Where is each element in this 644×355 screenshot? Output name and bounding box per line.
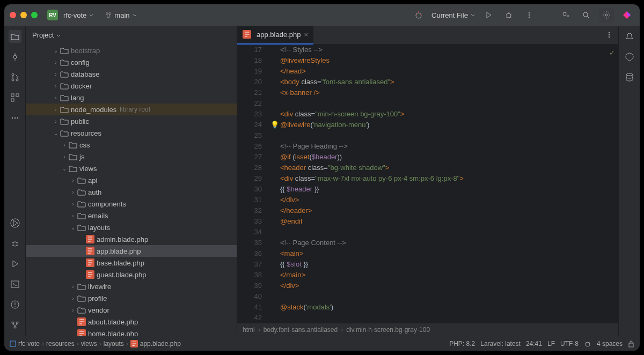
code-editor[interactable]: ✓ 17 <!-- Styles -->18 @livewireStyles19… xyxy=(237,45,618,323)
tree-folder[interactable]: ›database xyxy=(26,68,237,80)
tab-label: app.blade.php xyxy=(257,31,301,39)
svg-rect-20 xyxy=(11,281,19,287)
run-config-selector[interactable]: Current File xyxy=(431,11,475,19)
code-with-me-icon[interactable] xyxy=(558,8,573,23)
tree-folder[interactable]: ›public xyxy=(26,115,237,127)
branch-selector[interactable]: main xyxy=(105,11,137,19)
status-xdebug-icon[interactable] xyxy=(584,340,591,347)
svg-point-19 xyxy=(13,242,17,246)
svg-point-33 xyxy=(609,34,610,35)
status-indent[interactable]: 4 spaces xyxy=(597,340,623,347)
svg-point-4 xyxy=(529,17,530,18)
svg-point-34 xyxy=(609,36,610,38)
run-config-label: Current File xyxy=(431,11,468,19)
notifications-icon[interactable] xyxy=(623,30,636,43)
project-tree[interactable]: ⌄bootstrap›config›database›docker›lang›n… xyxy=(26,45,237,336)
terminal-tool-icon[interactable] xyxy=(9,278,21,291)
debug-bug-icon[interactable] xyxy=(411,8,426,23)
right-tool-strip xyxy=(618,26,640,336)
svg-rect-36 xyxy=(10,341,16,346)
project-selector[interactable]: rfc-vote xyxy=(63,11,94,19)
tree-folder[interactable]: ›auth xyxy=(26,186,237,198)
svg-point-1 xyxy=(507,13,511,18)
svg-point-2 xyxy=(529,12,530,13)
branch-name: main xyxy=(114,11,129,19)
nav-breadcrumb[interactable]: rfc-vote › resources › views › layouts ›… xyxy=(10,340,181,347)
tree-folder[interactable]: ⌄bootstrap xyxy=(26,45,237,56)
tree-file[interactable]: admin.blade.php xyxy=(26,233,237,245)
tree-folder[interactable]: ›components xyxy=(26,198,237,210)
tree-file[interactable]: guest.blade.php xyxy=(26,269,237,280)
tree-file[interactable]: about.blade.php xyxy=(26,316,237,328)
status-php[interactable]: PHP: 8.2 xyxy=(449,340,475,347)
pull-requests-icon[interactable] xyxy=(9,71,21,84)
tree-file[interactable]: base.blade.php xyxy=(26,257,237,269)
run-tool-icon[interactable] xyxy=(9,257,21,270)
ide-logo-icon[interactable] xyxy=(619,8,634,23)
tab-menu-icon[interactable] xyxy=(600,31,618,39)
tab-close-icon[interactable]: × xyxy=(304,31,308,39)
tree-folder[interactable]: ›config xyxy=(26,56,237,68)
tree-folder[interactable]: ›emails xyxy=(26,210,237,221)
structure-tool-icon[interactable] xyxy=(9,91,21,104)
database-tool-icon[interactable] xyxy=(623,71,636,84)
svg-point-0 xyxy=(416,13,421,18)
tree-folder[interactable]: ›css xyxy=(26,139,237,151)
tree-folder[interactable]: ›api xyxy=(26,174,237,186)
project-badge: RV xyxy=(47,10,58,20)
svg-point-8 xyxy=(13,55,17,58)
problems-tool-icon[interactable] xyxy=(9,298,21,311)
more-tools-icon[interactable] xyxy=(9,112,21,124)
tree-folder[interactable]: ›profile xyxy=(26,292,237,304)
debug-tool-icon[interactable] xyxy=(9,237,21,250)
project-name: rfc-vote xyxy=(63,11,86,19)
vcs-tool-icon[interactable] xyxy=(9,319,21,331)
commit-tool-icon[interactable] xyxy=(9,50,21,63)
sidebar-header[interactable]: Project xyxy=(26,26,237,45)
services-tool-icon[interactable] xyxy=(9,217,21,230)
tree-folder[interactable]: ›livewire xyxy=(26,280,237,292)
search-icon[interactable] xyxy=(579,8,594,23)
tree-folder[interactable]: ⌄resources xyxy=(26,127,237,139)
svg-point-24 xyxy=(14,326,16,328)
titlebar: RV rfc-vote main Current File xyxy=(4,4,640,26)
minimize-window[interactable] xyxy=(20,12,27,18)
tree-folder[interactable]: ›node_moduleslibrary root xyxy=(26,103,237,115)
status-caret-pos[interactable]: 24:41 xyxy=(526,340,542,347)
settings-icon[interactable] xyxy=(599,8,614,23)
sidebar-title: Project xyxy=(32,31,54,39)
svg-point-22 xyxy=(12,322,14,324)
tree-folder[interactable]: ›vendor xyxy=(26,304,237,316)
tree-folder[interactable]: ›js xyxy=(26,151,237,162)
project-tool-icon[interactable] xyxy=(9,30,21,43)
tree-folder[interactable]: ›docker xyxy=(26,80,237,92)
svg-point-5 xyxy=(563,12,566,16)
editor-pane: app.blade.php × ✓ 17 <!-- Styles -->18 @… xyxy=(237,26,618,336)
left-tool-strip xyxy=(4,26,26,336)
maximize-window[interactable] xyxy=(31,12,38,18)
tree-file[interactable]: app.blade.php xyxy=(26,245,237,257)
editor-breadcrumb[interactable]: html › body.font-sans.antialiased › div.… xyxy=(237,323,618,336)
tree-folder[interactable]: ⌄layouts xyxy=(26,221,237,233)
more-icon[interactable] xyxy=(522,8,537,23)
tree-file[interactable]: home.blade.php xyxy=(26,328,237,336)
inspection-ok-icon[interactable]: ✓ xyxy=(609,48,615,58)
svg-point-23 xyxy=(16,322,18,324)
svg-point-6 xyxy=(583,12,588,17)
svg-rect-30 xyxy=(77,329,86,336)
ai-assistant-icon[interactable] xyxy=(623,50,636,63)
tree-folder[interactable]: ›lang xyxy=(26,92,237,103)
debug-icon[interactable] xyxy=(501,8,516,23)
status-line-ending[interactable]: LF xyxy=(547,340,555,347)
svg-rect-13 xyxy=(16,94,19,97)
svg-point-35 xyxy=(626,73,633,76)
status-readonly-icon[interactable] xyxy=(628,340,634,347)
status-encoding[interactable]: UTF-8 xyxy=(560,340,579,347)
tab-app-blade[interactable]: app.blade.php × xyxy=(237,26,313,45)
svg-rect-12 xyxy=(11,94,14,97)
run-icon[interactable] xyxy=(481,8,496,23)
tree-folder[interactable]: ⌄views xyxy=(26,162,237,174)
status-laravel[interactable]: Laravel: latest xyxy=(480,340,521,347)
close-window[interactable] xyxy=(10,12,16,18)
svg-point-11 xyxy=(16,79,18,81)
